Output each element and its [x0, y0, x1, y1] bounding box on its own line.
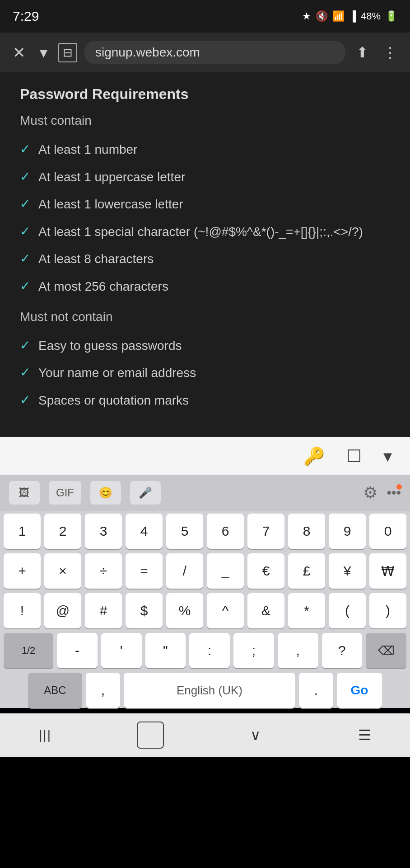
- key-quote[interactable]: ": [145, 633, 186, 668]
- battery-icon: 🔋: [385, 10, 397, 22]
- key-plus[interactable]: +: [4, 553, 41, 589]
- key-5[interactable]: 5: [166, 514, 203, 549]
- key-1[interactable]: 1: [4, 514, 41, 549]
- key-apostrophe[interactable]: ': [101, 633, 142, 668]
- dropdown-button[interactable]: ▾: [36, 40, 51, 65]
- list-item: ✓ At least 1 uppercase letter: [20, 164, 390, 191]
- key-dash[interactable]: -: [57, 633, 98, 668]
- location-icon[interactable]: ▾: [383, 446, 392, 466]
- must-contain-heading: Must contain: [20, 113, 390, 128]
- key-1-2[interactable]: 1/2: [4, 633, 53, 668]
- key-hash[interactable]: #: [85, 593, 122, 628]
- check-icon: ✓: [20, 338, 30, 353]
- key-4[interactable]: 4: [126, 514, 163, 549]
- keyboard-toolbar: 🖼 GIF 😊 🎤 ⚙ •••: [0, 475, 410, 511]
- key-8[interactable]: 8: [288, 514, 325, 549]
- check-icon: ✓: [20, 278, 30, 293]
- key-semicolon[interactable]: ;: [233, 633, 274, 668]
- key-9[interactable]: 9: [329, 514, 366, 549]
- comma-key[interactable]: ,: [86, 673, 120, 708]
- key-equals[interactable]: =: [126, 553, 163, 589]
- key-euro[interactable]: €: [247, 553, 284, 589]
- list-item: ✓ Your name or email address: [20, 359, 390, 387]
- password-key-icon[interactable]: 🔑: [303, 446, 325, 466]
- check-icon: ✓: [20, 196, 30, 211]
- key-7[interactable]: 7: [247, 514, 284, 549]
- key-asterisk[interactable]: *: [288, 593, 325, 628]
- key-open-paren[interactable]: (: [329, 593, 366, 628]
- key-3[interactable]: 3: [85, 514, 122, 549]
- keyboard-hide-button[interactable]: ☰: [347, 717, 383, 753]
- list-item: ✓ At least 8 characters: [20, 245, 390, 273]
- key-divide[interactable]: ÷: [85, 553, 122, 589]
- bluetooth-icon: ★: [302, 10, 311, 22]
- number-row: 1 2 3 4 5 6 7 8 9 0: [4, 514, 406, 549]
- back-button[interactable]: |||: [27, 717, 63, 753]
- check-icon: ✓: [20, 365, 30, 380]
- tabs-icon[interactable]: ⊟: [58, 43, 77, 62]
- wifi-icon: 📶: [332, 10, 345, 22]
- key-dollar[interactable]: $: [126, 593, 163, 628]
- share-button[interactable]: ⬆: [353, 40, 372, 65]
- list-item: ✓ Spaces or quotation marks: [20, 387, 390, 415]
- more-button[interactable]: ⋮: [379, 40, 401, 65]
- signal-icon: ▐: [349, 10, 356, 22]
- key-caret[interactable]: ^: [207, 593, 244, 628]
- req-text: At least 1 special character (~!@#$%^&*(…: [38, 223, 363, 241]
- list-item: ✓ At most 256 characters: [20, 273, 390, 301]
- emoji-button[interactable]: 😊: [90, 481, 121, 505]
- settings-button[interactable]: ⚙: [363, 483, 377, 502]
- key-colon[interactable]: :: [189, 633, 230, 668]
- keyboard: 🖼 GIF 😊 🎤 ⚙ ••• 1 2 3 4 5 6 7 8 9 0 +: [0, 475, 410, 708]
- bottom-nav: ||| ∨ ☰: [0, 713, 410, 757]
- req-text: Easy to guess passwords: [38, 337, 182, 355]
- key-comma[interactable]: ,: [278, 633, 318, 668]
- key-exclaim[interactable]: !: [4, 593, 41, 628]
- check-icon: ✓: [20, 142, 30, 156]
- misc-row: 1/2 - ' " : ; , ? ⌫: [4, 633, 406, 668]
- key-0[interactable]: 0: [369, 514, 406, 549]
- status-icons: ★ 🔇 📶 ▐ 48% 🔋: [302, 10, 397, 22]
- key-percent[interactable]: %: [166, 593, 203, 628]
- payment-card-icon[interactable]: ☐: [346, 446, 362, 466]
- list-item: ✓ Easy to guess passwords: [20, 332, 390, 360]
- req-text: Your name or email address: [38, 364, 196, 382]
- sticker-button[interactable]: 🖼: [9, 481, 40, 505]
- req-text: At least 1 uppercase letter: [38, 168, 185, 187]
- page-title: Password Requirements: [20, 86, 390, 103]
- period-key[interactable]: .: [299, 673, 333, 708]
- more-options-button[interactable]: •••: [387, 485, 401, 500]
- key-2[interactable]: 2: [44, 514, 81, 549]
- recent-apps-button[interactable]: ∨: [237, 717, 273, 753]
- backspace-key[interactable]: ⌫: [366, 633, 406, 668]
- key-yen[interactable]: ¥: [329, 553, 366, 589]
- spacebar[interactable]: English (UK): [124, 673, 295, 708]
- check-icon: ✓: [20, 224, 30, 239]
- home-button[interactable]: [137, 722, 164, 749]
- check-icon: ✓: [20, 251, 30, 266]
- key-close-paren[interactable]: ): [369, 593, 406, 628]
- list-item: ✓ At least 1 special character (~!@#$%^&…: [20, 218, 390, 246]
- key-question[interactable]: ?: [322, 633, 363, 668]
- url-bar[interactable]: signup.webex.com: [84, 41, 345, 64]
- key-pound[interactable]: £: [288, 553, 325, 589]
- key-won[interactable]: ₩: [369, 553, 406, 589]
- key-ampersand[interactable]: &: [247, 593, 284, 628]
- key-slash[interactable]: /: [166, 553, 203, 589]
- key-times[interactable]: ×: [44, 553, 81, 589]
- key-underscore[interactable]: _: [207, 553, 244, 589]
- abc-key[interactable]: ABC: [28, 673, 82, 708]
- must-not-contain-heading: Must not contain: [20, 310, 390, 324]
- close-button[interactable]: ✕: [9, 40, 29, 65]
- req-text: Spaces or quotation marks: [38, 392, 189, 410]
- key-6[interactable]: 6: [207, 514, 244, 549]
- mic-button[interactable]: 🎤: [130, 481, 161, 505]
- gif-button[interactable]: GIF: [49, 481, 81, 505]
- symbol-row: ! @ # $ % ^ & * ( ): [4, 593, 406, 628]
- bottom-row: ABC , English (UK) . Go: [4, 673, 406, 708]
- autofill-bar: 🔑 ☐ ▾: [0, 437, 410, 475]
- key-at[interactable]: @: [44, 593, 81, 628]
- go-key[interactable]: Go: [337, 673, 382, 708]
- list-item: ✓ At least 1 number: [20, 136, 390, 164]
- req-text: At least 1 lowercase letter: [38, 195, 183, 214]
